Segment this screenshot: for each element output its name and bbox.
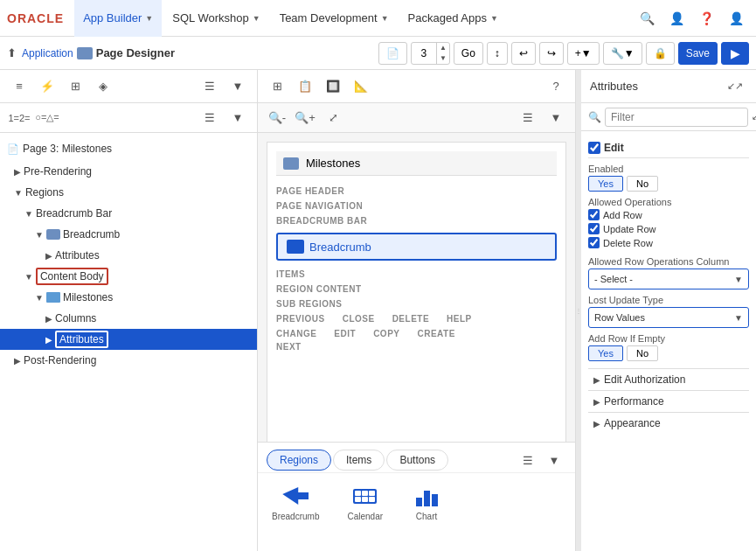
tab-items[interactable]: Items: [333, 450, 385, 471]
bottom-breadcrumb-icon: [280, 484, 311, 508]
filter-input[interactable]: [605, 108, 748, 127]
nav-team-development[interactable]: Team Development ▼: [271, 0, 398, 37]
tree-item-content-body[interactable]: ▼ Content Body: [0, 266, 257, 287]
add-row-no-button[interactable]: No: [627, 345, 658, 361]
appearance-section[interactable]: ▶ Appearance: [588, 412, 749, 434]
allowed-row-col-select[interactable]: - Select - ▼: [588, 269, 749, 289]
add-row-yes-button[interactable]: Yes: [588, 345, 623, 361]
no-button[interactable]: No: [627, 176, 658, 192]
page-view-icon[interactable]: ⊞: [265, 74, 289, 99]
bottom-calendar-item[interactable]: Calendar: [340, 480, 390, 544]
tree-collapse-icon: ▼: [35, 293, 44, 303]
performance-section[interactable]: ▶ Performance: [588, 390, 749, 412]
edit-section: Edit Enabled Yes No Allowed Operations A…: [588, 138, 749, 361]
expand-icon[interactable]: ⤢: [321, 106, 345, 130]
comp-view-icon[interactable]: 🔲: [321, 74, 345, 99]
bottom-panel: Breadcrumb Calendar: [258, 472, 575, 551]
allowed-row-col-label: Allowed Row Operations Column: [588, 256, 749, 267]
tools-button[interactable]: 🔧▼: [603, 42, 642, 65]
nav-app-builder[interactable]: App Builder ▼: [74, 0, 162, 37]
tree-item-columns[interactable]: ▶ Columns: [0, 308, 257, 329]
add-row-label: Add Row: [603, 210, 642, 220]
appearance-expand-icon: ▶: [593, 419, 600, 429]
panels-icon[interactable]: ⊞: [63, 74, 87, 99]
plus-icon: +▼: [575, 47, 592, 59]
tree-item-breadcrumb-bar[interactable]: ▼ Breadcrumb Bar: [0, 203, 257, 224]
breadcrumb-region[interactable]: Breadcrumb: [276, 233, 557, 261]
lock-button[interactable]: 🔒: [646, 42, 675, 65]
run-button[interactable]: ▶: [721, 42, 749, 65]
tab-buttons[interactable]: Buttons: [386, 450, 448, 471]
close-label: CLOSE: [343, 314, 375, 324]
help2-icon[interactable]: ?: [544, 74, 568, 99]
delete-row-checkbox[interactable]: [588, 237, 600, 248]
edit-auth-section[interactable]: ▶ Edit Authorization: [588, 368, 749, 390]
allowed-ops-label: Allowed Operations: [588, 197, 749, 207]
change-label: CHANGE: [276, 329, 316, 338]
down-chevron-icon[interactable]: ▼: [225, 74, 250, 99]
question-icon[interactable]: ❓: [693, 5, 719, 31]
menu-icon[interactable]: ☰: [198, 74, 222, 99]
tree-item-breadcrumb[interactable]: ▼ Breadcrumb: [0, 224, 257, 245]
bottom-chevron-icon[interactable]: ▼: [542, 448, 566, 472]
yes-button[interactable]: Yes: [588, 176, 623, 192]
search-icon[interactable]: 🔍: [634, 5, 660, 31]
tree-item-post-rendering[interactable]: ▶ Post-Rendering: [0, 350, 257, 371]
table-view-icon[interactable]: 📋: [293, 74, 317, 99]
tree-view2-icon[interactable]: 📐: [349, 74, 373, 99]
tree-item-regions[interactable]: ▼ Regions: [0, 182, 257, 203]
undo-button[interactable]: ↩: [511, 42, 536, 65]
add-button[interactable]: +▼: [567, 42, 600, 65]
go-button[interactable]: Go: [454, 42, 483, 65]
attr-layout-icon[interactable]: ↙↗: [723, 74, 747, 99]
nav-packaged-apps[interactable]: Packaged Apps ▼: [399, 0, 507, 37]
add-row-checkbox[interactable]: [588, 209, 600, 220]
copy-page-button[interactable]: 📄: [378, 42, 407, 65]
application-link[interactable]: Application: [22, 47, 73, 59]
page-down-arrow[interactable]: ▼: [437, 53, 449, 64]
add-row-empty-row: Add Row If Empty Yes No: [588, 333, 749, 361]
tree-expand-icon: ▶: [45, 335, 52, 345]
add-row-empty-label: Add Row If Empty: [588, 333, 749, 344]
nav-sql-workshop[interactable]: SQL Workshop ▼: [163, 0, 268, 37]
tree-item-attributes-1[interactable]: ▶ Attributes: [0, 245, 257, 266]
tree-view-icon[interactable]: ≡: [7, 74, 31, 99]
attributes-header: Attributes ↙↗: [581, 70, 756, 103]
bolt-icon[interactable]: ⚡: [35, 74, 59, 99]
tree-item-attributes-2[interactable]: ▶ Attributes: [0, 329, 257, 350]
filter-chevron-icon[interactable]: ▼: [225, 106, 250, 130]
bottom-menu-icon[interactable]: ☰: [516, 448, 540, 472]
redo-button[interactable]: ↪: [539, 42, 564, 65]
delete-label: DELETE: [392, 314, 429, 324]
tree-item-pre-rendering[interactable]: ▶ Pre-Rendering: [0, 161, 257, 182]
tree-item-milestones[interactable]: ▼ Milestones: [0, 287, 257, 308]
edit-section-checkbox[interactable]: [588, 142, 600, 154]
lost-update-value: Row Values: [594, 312, 731, 323]
save-button[interactable]: Save: [678, 42, 718, 65]
page-type-icon: [77, 47, 93, 59]
bottom-breadcrumb-item[interactable]: Breadcrumb: [265, 480, 326, 544]
diamond-icon[interactable]: ◈: [91, 74, 115, 99]
bottom-chart-item[interactable]: Chart: [404, 480, 449, 544]
tree-expand-icon: ▶: [45, 251, 52, 261]
filter-options-icon[interactable]: ↙↗: [752, 105, 756, 129]
center-chevron-icon[interactable]: ▼: [544, 106, 568, 130]
move-page-button[interactable]: ↕: [487, 42, 508, 65]
top-navigation: ORACLE App Builder ▼ SQL Workshop ▼ Team…: [0, 0, 756, 37]
list-ordered-icon[interactable]: 1=2=: [7, 106, 31, 130]
bottom-tabs: Regions Items Buttons ☰ ▼: [258, 442, 575, 472]
page-up-arrow[interactable]: ▲: [437, 43, 449, 53]
zoom-in-icon[interactable]: 🔍+: [293, 106, 317, 130]
select-placeholder-text: - Select -: [594, 274, 731, 284]
bottom-chart-label: Chart: [416, 512, 437, 521]
tab-regions[interactable]: Regions: [267, 450, 331, 471]
zoom-out-icon[interactable]: 🔍-: [265, 106, 289, 130]
lost-update-select[interactable]: Row Values ▼: [588, 307, 749, 328]
list-unordered-icon[interactable]: ○=△=: [35, 106, 59, 130]
page-number-input[interactable]: [412, 47, 436, 59]
user-menu-icon[interactable]: 👤: [723, 5, 749, 31]
filter-menu-icon[interactable]: ☰: [198, 106, 222, 130]
person-icon[interactable]: 👤: [663, 5, 690, 31]
center-menu-icon[interactable]: ☰: [516, 106, 540, 130]
update-row-checkbox[interactable]: [588, 223, 600, 234]
